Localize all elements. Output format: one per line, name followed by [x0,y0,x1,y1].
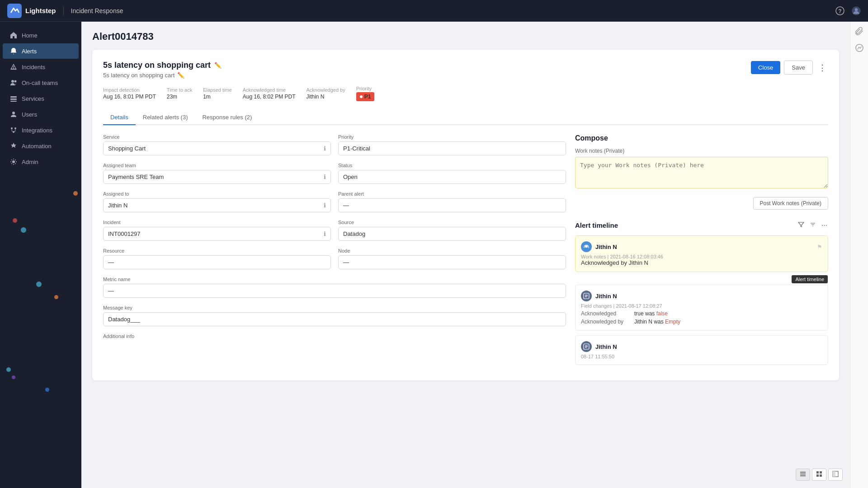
close-button[interactable]: Close [751,61,780,74]
parent-alert-input[interactable] [343,202,561,209]
sidebar-item-alerts[interactable]: Alerts [3,43,79,59]
assigned-to-input[interactable] [108,202,321,209]
source-input-wrap[interactable] [338,227,566,241]
post-work-notes-button[interactable]: Post Work notes (Private) [753,197,829,210]
tab-response-rules[interactable]: Response rules (2) [195,110,259,125]
svg-point-18 [856,44,863,52]
form-source: Source [338,220,566,241]
topbar: Lightstep Incident Response ? [0,0,868,22]
user-avatar[interactable] [852,6,861,15]
help-icon[interactable]: ? [835,6,844,15]
timeline-filter-button[interactable] [797,221,805,230]
card-title: 5s latency on shopping cart [103,61,211,70]
timeline-avatar-1 [581,241,592,252]
service-input[interactable] [108,145,321,152]
timeline-sort-button[interactable] [809,221,817,230]
timeline-title: Alert timeline [575,221,797,229]
form-metric-name: Metric name [103,277,566,298]
metric-name-input[interactable] [108,287,561,294]
decorative-dot-7 [12,375,15,379]
card-header: 5s latency on shopping cart ✏️ 5s latenc… [103,61,828,79]
timeline-content-1: Acknowledged by Jithin N [581,259,822,266]
form-assigned-team: Assigned team ℹ [103,163,331,184]
topbar-right: ? [835,6,861,15]
svg-point-14 [12,160,15,163]
timeline-meta-3: 08-17 11:55:50 [581,354,822,359]
source-input[interactable] [343,230,561,237]
node-input-wrap[interactable] [338,255,566,269]
attach-icon[interactable] [855,27,863,37]
incident-input[interactable] [108,230,321,237]
topbar-subtitle: Incident Response [71,7,123,14]
message-key-input[interactable] [108,316,561,323]
field-change-acknowledged-by: Acknowledged by Jithin N was Empty [581,319,822,325]
svg-rect-19 [800,472,806,473]
tab-related-alerts[interactable]: Related alerts (3) [136,110,195,125]
assigned-team-input-wrap[interactable]: ℹ [103,170,331,184]
tabs: Details Related alerts (3) Response rule… [103,110,828,125]
form-status: Status [338,163,566,184]
service-input-wrap[interactable]: ℹ [103,141,331,155]
decorative-dot-4 [36,282,42,287]
timeline-flag-1[interactable]: ⚑ [817,244,822,250]
priority-input-wrap[interactable] [338,141,566,155]
sidebar-item-incidents[interactable]: Incidents [3,59,79,75]
decorative-dot-1 [73,191,78,196]
incident-input-wrap[interactable]: ℹ [103,227,331,241]
alert-timeline-tooltip: Alert timeline [792,275,828,283]
form-service: Service ℹ [103,134,331,155]
card-subtitle-text: 5s latency on shopping cart [103,72,175,79]
meta-ack-time: Acknowledged time Aug 16, 8:02 PM PDT [243,87,296,100]
more-options-button[interactable]: ⋮ [816,61,828,75]
svg-text:?: ? [838,8,841,14]
svg-rect-22 [816,471,819,474]
metric-name-input-wrap[interactable] [103,284,566,298]
timeline-username-2: Jithin N [595,293,617,300]
work-notes-textarea[interactable] [575,157,828,188]
priority-dot [360,95,363,98]
meta-time-to-ack: Time to ack 23m [167,87,192,100]
resource-input[interactable] [108,259,326,266]
sidebar-item-integrations[interactable]: Integrations [3,122,79,138]
graph-icon[interactable] [855,44,863,53]
svg-point-5 [11,80,14,83]
timeline-meta-2: Field changes | 2021-08-17 12:08:27 [581,303,822,309]
resource-input-wrap[interactable] [103,255,331,269]
edit-subtitle-icon[interactable]: ✏️ [177,72,184,79]
save-button[interactable]: Save [784,61,813,75]
parent-alert-input-wrap[interactable] [338,198,566,212]
priority-badge: P1 [356,92,375,101]
svg-point-11 [11,127,13,129]
svg-rect-20 [800,474,806,474]
priority-input[interactable] [343,145,561,152]
sidebar-item-users[interactable]: Users [3,107,79,122]
incident-info-icon[interactable]: ℹ [324,230,326,237]
card-subtitle-row: 5s latency on shopping cart ✏️ [103,72,222,79]
list-view-button[interactable] [796,469,810,481]
tab-details[interactable]: Details [103,110,136,125]
node-input[interactable] [343,259,561,266]
grid-view-button[interactable] [812,469,826,481]
assigned-team-info-icon[interactable]: ℹ [324,174,326,180]
form-parent-alert: Parent alert [338,191,566,212]
timeline-username-1: Jithin N [595,244,617,250]
meta-priority: Priority P1 [356,86,375,101]
svg-rect-8 [10,99,17,100]
sidebar-item-oncall[interactable]: On-call teams [3,75,79,90]
message-key-input-wrap[interactable] [103,312,566,326]
service-info-icon[interactable]: ℹ [324,145,326,152]
assigned-team-input[interactable] [108,174,321,180]
assigned-to-info-icon[interactable]: ℹ [324,202,326,209]
status-input[interactable] [343,174,561,180]
wide-view-button[interactable] [828,469,843,481]
timeline-more-button[interactable]: ⋯ [821,221,828,230]
compose-title: Compose [575,134,828,142]
sidebar-item-automation[interactable]: Automation [3,138,79,154]
svg-point-4 [855,8,858,11]
sidebar-item-services[interactable]: Services [3,91,79,106]
sidebar-item-home[interactable]: Home [3,28,79,43]
edit-title-icon[interactable]: ✏️ [214,62,222,69]
sidebar-item-admin[interactable]: Admin [3,154,79,169]
assigned-to-input-wrap[interactable]: ℹ [103,198,331,212]
status-input-wrap[interactable] [338,170,566,184]
